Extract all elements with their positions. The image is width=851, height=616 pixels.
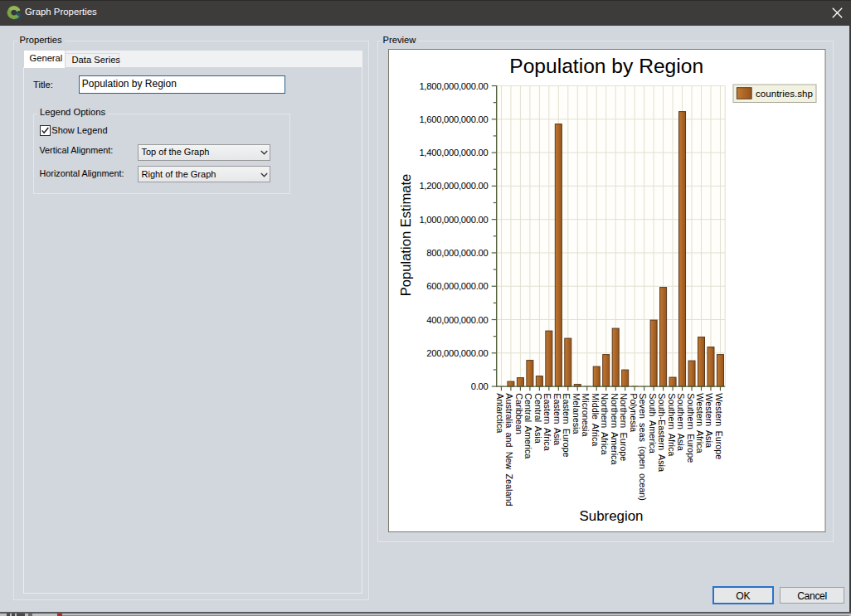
svg-text:Eastern Europe: Eastern Europe	[562, 393, 571, 457]
svg-text:200,000,000.00: 200,000,000.00	[426, 348, 488, 358]
svg-text:1,000,000,000.00: 1,000,000,000.00	[419, 215, 488, 225]
svg-text:Western Asia: Western Asia	[704, 393, 714, 448]
svg-text:800,000,000.00: 800,000,000.00	[426, 248, 488, 258]
svg-text:400,000,000.00: 400,000,000.00	[426, 315, 488, 325]
svg-text:Northern America: Northern America	[610, 393, 620, 464]
svg-text:Southern Africa: Southern Africa	[667, 393, 677, 456]
svg-text:1,200,000,000.00: 1,200,000,000.00	[419, 181, 488, 191]
svg-text:0.00: 0.00	[471, 381, 489, 391]
svg-text:Northern Europe: Northern Europe	[619, 393, 629, 461]
svg-text:Northern Africa: Northern Africa	[600, 393, 610, 454]
svg-text:countries.shp: countries.shp	[756, 88, 813, 99]
svg-text:1,600,000,000.00: 1,600,000,000.00	[419, 114, 488, 124]
svg-text:Antarctica: Antarctica	[495, 393, 505, 433]
svg-text:600,000,000.00: 600,000,000.00	[426, 281, 488, 291]
svg-text:Population by Region: Population by Region	[509, 55, 703, 77]
svg-text:1,800,000,000.00: 1,800,000,000.00	[419, 81, 488, 91]
svg-text:South America: South America	[648, 393, 658, 453]
svg-text:Australia and New Zealand: Australia and New Zealand	[504, 393, 514, 506]
svg-text:Caribbean: Caribbean	[514, 393, 524, 434]
svg-text:Eastern Africa: Eastern Africa	[542, 393, 552, 450]
svg-text:Melanesia: Melanesia	[571, 393, 581, 434]
svg-text:Western Africa: Western Africa	[695, 393, 705, 453]
svg-text:Southern Asia: Southern Asia	[676, 393, 686, 450]
svg-text:Subregion: Subregion	[579, 508, 643, 524]
svg-text:Population Estimate: Population Estimate	[398, 174, 414, 297]
svg-text:1,400,000,000.00: 1,400,000,000.00	[419, 148, 488, 158]
svg-text:Central America: Central America	[523, 393, 533, 458]
svg-text:Southern Europe: Southern Europe	[686, 393, 696, 463]
svg-text:Micronesia: Micronesia	[581, 393, 591, 436]
svg-text:Middle Africa: Middle Africa	[591, 393, 601, 446]
svg-text:Polynesia: Polynesia	[629, 393, 639, 432]
svg-text:Eastern Asia: Eastern Asia	[552, 393, 562, 445]
svg-text:South-Eastern Asia: South-Eastern Asia	[657, 393, 667, 472]
svg-text:Central Asia: Central Asia	[533, 393, 543, 443]
svg-text:Western Europe: Western Europe	[714, 393, 724, 459]
svg-text:Seven seas (open ocean): Seven seas (open ocean)	[638, 393, 648, 501]
